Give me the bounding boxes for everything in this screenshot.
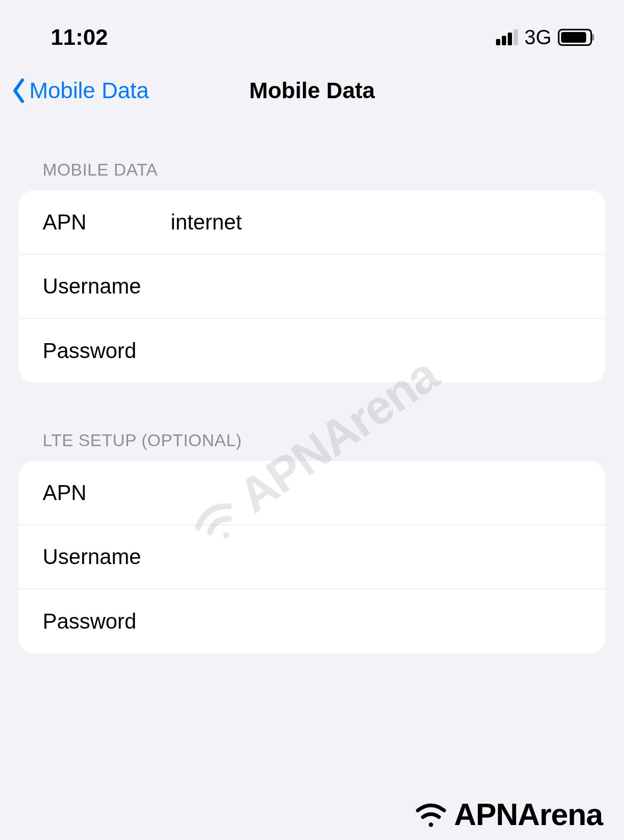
apn-label: APN <box>43 210 171 234</box>
username-row[interactable]: Username <box>19 255 605 319</box>
lte-password-input[interactable] <box>171 609 581 633</box>
lte-username-input[interactable] <box>171 545 581 569</box>
lte-apn-label: APN <box>43 481 171 505</box>
footer-wifi-icon <box>412 799 450 829</box>
footer-logo: APNArena <box>412 796 603 832</box>
status-bar: 11:02 3G <box>0 0 624 53</box>
page-title: Mobile Data <box>249 78 375 104</box>
apn-row[interactable]: APN <box>19 191 605 255</box>
lte-setup-section-header: LTE SETUP (OPTIONAL) <box>19 431 605 461</box>
back-label: Mobile Data <box>29 78 149 104</box>
lte-username-label: Username <box>43 545 171 569</box>
navigation-bar: Mobile Data Mobile Data <box>0 53 624 112</box>
lte-password-label: Password <box>43 609 171 633</box>
status-indicators: 3G <box>496 26 592 49</box>
footer-text: APNArena <box>454 796 603 832</box>
password-input[interactable] <box>171 339 581 363</box>
chevron-left-icon <box>11 77 27 104</box>
password-row[interactable]: Password <box>19 319 605 383</box>
cellular-signal-icon <box>496 29 518 45</box>
battery-icon <box>558 29 592 46</box>
lte-apn-row[interactable]: APN <box>19 461 605 525</box>
network-type: 3G <box>524 26 551 49</box>
mobile-data-group: APN Username Password <box>19 191 605 383</box>
username-label: Username <box>43 274 171 298</box>
lte-apn-input[interactable] <box>171 481 581 505</box>
username-input[interactable] <box>171 274 581 298</box>
back-button[interactable]: Mobile Data <box>11 77 149 104</box>
apn-input[interactable] <box>171 210 581 234</box>
lte-setup-group: APN Username Password <box>19 461 605 653</box>
mobile-data-section-header: MOBILE DATA <box>19 160 605 191</box>
lte-username-row[interactable]: Username <box>19 525 605 589</box>
status-time: 11:02 <box>51 25 108 50</box>
content-area: MOBILE DATA APN Username Password LTE SE… <box>0 112 624 653</box>
password-label: Password <box>43 339 171 363</box>
lte-password-row[interactable]: Password <box>19 589 605 653</box>
